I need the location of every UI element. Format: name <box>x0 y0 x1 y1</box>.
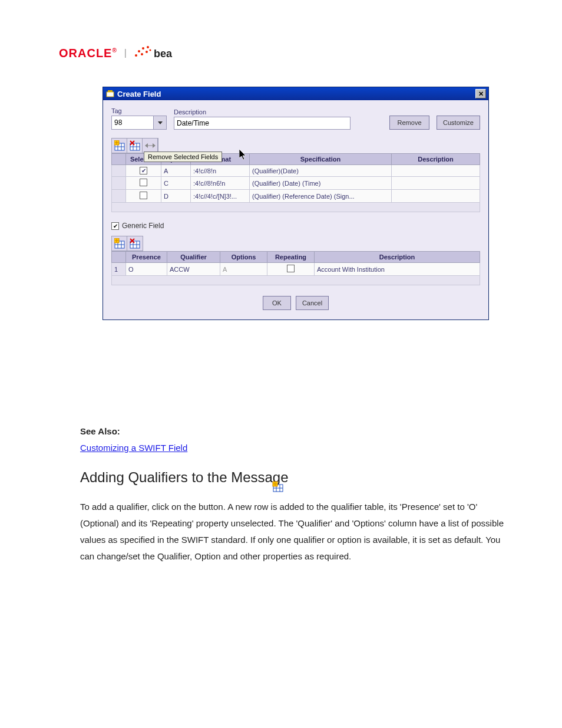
remove-qualifier-icon[interactable] <box>127 236 143 251</box>
description-input[interactable] <box>174 117 351 130</box>
svg-rect-8 <box>108 90 113 92</box>
svg-point-4 <box>141 53 143 55</box>
row-checkbox[interactable] <box>140 192 147 199</box>
cancel-button[interactable]: Cancel <box>296 296 329 310</box>
qualifier-table: Presence Qualifier Options Repeating Des… <box>111 251 480 276</box>
table1-footer <box>111 203 480 212</box>
tag-input-wrap <box>111 116 167 130</box>
doc-section: Adding Qualifiers to the Message To add … <box>80 465 504 564</box>
svg-marker-39 <box>239 149 246 160</box>
bea-logo: bea <box>134 46 172 60</box>
oracle-logo: ORACLE® <box>59 47 117 60</box>
titlebar: Create Field ✕ <box>103 87 488 100</box>
col-repeating: Repeating <box>267 252 315 263</box>
close-button[interactable]: ✕ <box>475 89 486 98</box>
see-also-label: See Also: <box>80 426 120 436</box>
svg-rect-7 <box>107 92 114 97</box>
table-row[interactable]: C :4!c//8!n6!n (Qualifier) (Date) (Time) <box>112 177 480 190</box>
svg-marker-24 <box>153 143 156 148</box>
svg-point-1 <box>138 50 140 52</box>
svg-point-5 <box>146 51 148 53</box>
row-checkbox[interactable]: ✔ <box>140 167 147 174</box>
top-field-row: Tag Description Remove Customize <box>111 107 480 130</box>
table-row[interactable]: 1 O ACCW A Account With Institution <box>112 263 480 276</box>
add-qualifier-icon[interactable] <box>112 236 127 251</box>
svg-point-2 <box>142 47 144 50</box>
generic-field-checkbox[interactable]: ✔ <box>111 222 119 230</box>
col-options: Options <box>220 252 267 263</box>
svg-point-6 <box>149 49 151 51</box>
row-checkbox[interactable] <box>140 179 147 186</box>
create-field-dialog: Create Field ✕ Tag Description Remove Cu… <box>103 87 489 320</box>
col-presence: Presence <box>126 252 167 263</box>
table-row[interactable]: D :4!c//4!c/[N]3!... (Qualifier) (Refere… <box>112 190 480 203</box>
titlebar-title: Create Field <box>117 90 475 98</box>
svg-point-3 <box>147 46 149 48</box>
add-field-icon[interactable] <box>112 139 127 153</box>
doc-see-also: See Also: Customizing a SWIFT Field <box>80 423 492 456</box>
svg-point-0 <box>135 54 137 57</box>
description-field-group: Description <box>174 108 351 130</box>
dialog-button-row: OK Cancel <box>111 296 480 310</box>
tag-input[interactable] <box>112 116 153 129</box>
tag-field-group: Tag <box>111 107 167 130</box>
inline-add-icon <box>272 481 284 493</box>
table2-footer <box>111 276 480 285</box>
col-description: Description <box>392 154 480 165</box>
titlebar-icon <box>105 89 115 98</box>
dialog-body: Tag Description Remove Customize <box>103 100 488 319</box>
section-heading: Adding Qualifiers to the Message <box>80 465 504 490</box>
see-also-link[interactable]: Customizing a SWIFT Field <box>80 443 187 453</box>
customize-button[interactable]: Customize <box>437 116 480 130</box>
generic-field-label: Generic Field <box>122 222 164 230</box>
col-specification: Specification <box>250 154 392 165</box>
col-qualifier: Qualifier <box>167 252 220 263</box>
col-q-description: Description <box>315 252 480 263</box>
description-label: Description <box>174 108 351 116</box>
table-row[interactable]: ✔ A :4!c//8!n (Qualifier)(Date) <box>112 165 480 177</box>
repeating-checkbox[interactable] <box>287 265 295 272</box>
qualifier-toolbar <box>111 236 143 251</box>
bea-text: bea <box>154 48 172 60</box>
expand-icon[interactable] <box>143 139 158 153</box>
doc-paragraph: To add a qualifier, click on the button.… <box>80 499 504 564</box>
svg-marker-9 <box>158 121 163 124</box>
remove-tooltip: Remove Selected Fields <box>144 151 222 162</box>
bea-dots-icon <box>134 46 151 60</box>
options-toolbar: Remove Selected Fields <box>111 138 158 153</box>
logo-separator: | <box>124 48 127 58</box>
tag-dropdown-button[interactable] <box>153 116 166 129</box>
generic-field-row: ✔ Generic Field <box>111 222 480 230</box>
remove-button[interactable]: Remove <box>389 116 429 130</box>
remove-field-icon[interactable] <box>127 139 143 153</box>
mouse-cursor-icon <box>239 149 247 161</box>
ok-button[interactable]: OK <box>263 296 291 310</box>
tag-label: Tag <box>111 107 167 114</box>
svg-marker-23 <box>145 143 148 148</box>
logo-bar: ORACLE® | bea <box>59 46 172 60</box>
